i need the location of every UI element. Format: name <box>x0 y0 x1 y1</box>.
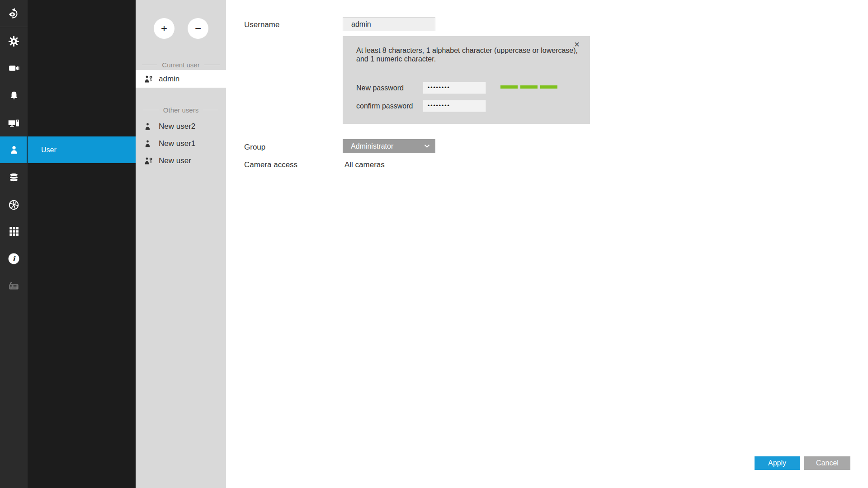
user-row-admin[interactable]: admin <box>136 70 226 88</box>
sidebar-item-info[interactable]: i <box>0 248 28 269</box>
system-display-icon <box>8 117 20 129</box>
strength-bar <box>500 85 518 89</box>
sidebar-item-cameras[interactable] <box>0 58 28 79</box>
video-camera-icon <box>8 62 20 74</box>
keyboard-icon <box>8 280 20 292</box>
password-strength-meter <box>500 85 557 89</box>
user-row-new-user[interactable]: New user <box>136 152 226 169</box>
camera-access-value: All cameras <box>344 160 385 169</box>
password-hint-box: × At least 8 characters, 1 alphabet char… <box>343 36 590 124</box>
confirm-password-field[interactable]: •••••••• <box>423 100 486 112</box>
other-users-header: Other users <box>136 106 226 114</box>
camera-access-label: Camera access <box>244 160 297 169</box>
apply-button[interactable]: Apply <box>755 456 800 470</box>
sidebar-item-system[interactable] <box>0 113 28 133</box>
password-requirements-text: At least 8 characters, 1 alphabet charac… <box>356 46 580 63</box>
info-icon: i <box>8 253 20 265</box>
user-row-label: admin <box>159 75 179 84</box>
person-icon <box>145 123 153 130</box>
user-row-label: New user1 <box>159 139 195 148</box>
view-rotate-icon <box>8 8 20 19</box>
menu-panel <box>28 0 136 488</box>
storage-database-icon <box>8 171 20 183</box>
sidebar-item-view-rotate[interactable] <box>0 3 28 24</box>
settings-gear-icon <box>8 35 20 47</box>
chevron-down-icon <box>424 144 430 148</box>
sidebar-item-settings[interactable] <box>0 31 28 52</box>
group-dropdown[interactable]: Administrator <box>343 139 435 153</box>
current-user-header: Current user <box>136 61 226 69</box>
strength-bar <box>520 85 538 89</box>
username-label: Username <box>244 20 279 29</box>
strength-bar <box>540 85 557 89</box>
add-user-button[interactable]: + <box>154 18 175 39</box>
sidebar-item-user[interactable] <box>0 140 28 160</box>
admin-user-key-icon <box>145 75 153 83</box>
remove-user-button[interactable]: − <box>188 18 208 39</box>
user-row-new-user1[interactable]: New user1 <box>136 135 226 152</box>
sidebar-item-storage[interactable] <box>0 167 28 188</box>
sidebar-item-applications[interactable] <box>0 221 28 242</box>
username-input[interactable] <box>343 17 435 31</box>
sidebar-item-keyboard[interactable] <box>0 275 28 296</box>
user-icon <box>8 144 20 156</box>
confirm-password-label: confirm password <box>356 102 413 110</box>
user-row-new-user2[interactable]: New user2 <box>136 118 226 135</box>
new-password-field[interactable]: •••••••• <box>423 82 486 94</box>
person-icon <box>145 140 153 147</box>
cancel-button[interactable]: Cancel <box>804 456 850 470</box>
user-row-label: New user <box>159 156 191 165</box>
person-key-icon <box>145 157 153 164</box>
apps-grid-icon <box>8 225 20 237</box>
sidebar-item-alarm[interactable] <box>0 85 28 106</box>
user-row-label: New user2 <box>159 122 195 131</box>
sidebar-separator <box>0 27 28 27</box>
group-label: Group <box>244 143 265 152</box>
alarm-bell-icon <box>8 90 20 102</box>
new-password-label: New password <box>356 84 404 92</box>
nav-item-user-label[interactable]: User <box>41 136 57 163</box>
sidebar-item-network[interactable] <box>0 194 28 215</box>
network-globe-icon <box>8 199 20 211</box>
group-dropdown-value: Administrator <box>351 142 393 150</box>
